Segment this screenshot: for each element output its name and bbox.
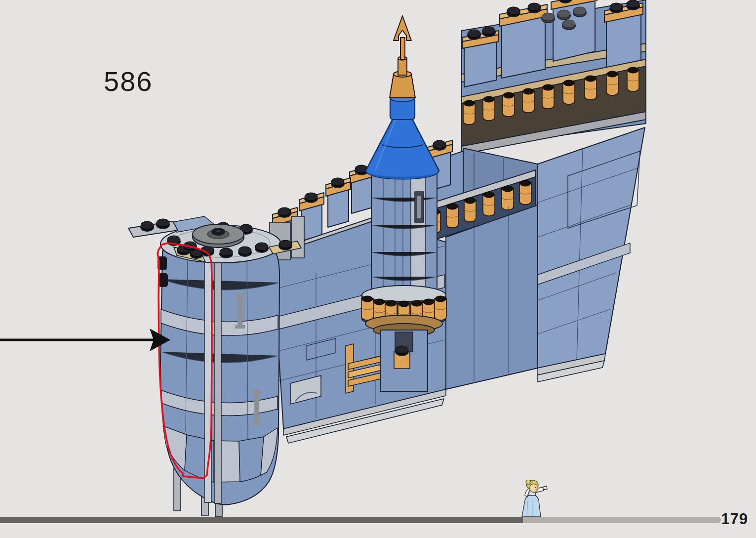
gold-spire	[390, 16, 415, 98]
page-number: 179	[706, 510, 748, 528]
progress-bar-filled	[0, 517, 523, 523]
left-round-tower	[128, 216, 304, 517]
progress-bar	[0, 517, 721, 523]
attach-arrow-icon	[0, 329, 170, 351]
castle-illustration	[0, 0, 756, 538]
arrow-finial	[394, 16, 411, 41]
turntable	[193, 224, 244, 248]
cinderella-minifigure	[515, 480, 554, 520]
instruction-page: 586	[0, 0, 756, 538]
